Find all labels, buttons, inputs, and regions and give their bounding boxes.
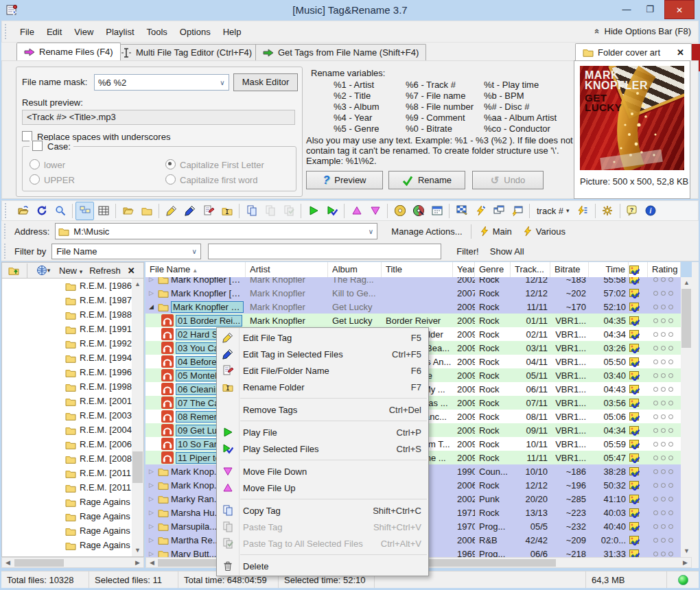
refresh-tree-button[interactable]: Refresh	[86, 264, 124, 277]
rating-cell[interactable]	[648, 483, 681, 488]
context-menu-item-move-file-up[interactable]: Move File Up	[217, 480, 428, 496]
expand-arrow-icon[interactable]: ▷	[147, 509, 156, 516]
track-row[interactable]: 01 Border Rei...Mark KnopflerGet LuckyBo…	[145, 314, 681, 327]
context-menu-item-edit-file-folder-name[interactable]: Edit File/Folder NameF6	[217, 362, 428, 379]
network-places-button[interactable]: ▾	[32, 261, 55, 280]
refresh-button[interactable]	[32, 202, 51, 220]
tree-item[interactable]: R.E.M. [2006	[2, 437, 143, 451]
edit-file-name-button[interactable]	[199, 202, 218, 220]
rating-cell[interactable]	[648, 442, 681, 447]
filter-text-input[interactable]	[208, 244, 441, 259]
main-actions-button[interactable]: Main	[474, 224, 517, 239]
show-all-button[interactable]: Show All	[485, 244, 530, 259]
rating-cell[interactable]	[648, 428, 681, 433]
context-menu-item-delete[interactable]: Delete	[217, 558, 428, 574]
context-menu-item-play-file[interactable]: Play FileCtrl+P	[217, 424, 428, 440]
rating-cell[interactable]	[648, 318, 681, 323]
rating-cell[interactable]	[648, 373, 681, 378]
scroll-thumb[interactable]	[14, 559, 64, 567]
edit-tag-pen-button[interactable]	[162, 202, 180, 220]
file-name-cell[interactable]: Marsupila...	[171, 521, 217, 532]
filter-field-combobox[interactable]: File Name ∨	[51, 244, 201, 259]
cascade-windows-button[interactable]	[489, 202, 508, 220]
column-header-file-name[interactable]: File Name▲	[145, 262, 246, 277]
cd-player-button[interactable]	[390, 202, 409, 220]
radio-capitalize-first-letter[interactable]: Capitalize First Letter	[165, 159, 264, 170]
manage-actions-button[interactable]: Manage Actions...	[386, 224, 467, 239]
rating-cell[interactable]	[648, 414, 681, 419]
rename-folder-button[interactable]	[218, 202, 236, 220]
folder-open-button[interactable]	[119, 202, 137, 220]
scroll-up-arrow[interactable]: ▲	[681, 277, 692, 289]
tree-item[interactable]: R.E.M. [2004	[2, 423, 143, 437]
copy-tag-button[interactable]	[242, 202, 261, 220]
tree-item[interactable]: R.E.M. [1987	[2, 293, 143, 307]
context-menu-item-edit-tag-in-selected-files[interactable]: Edit Tag in Selected FilesCtrl+F5	[217, 346, 428, 362]
column-header-genre[interactable]: Genre	[475, 262, 511, 277]
toolbar-grip[interactable]	[4, 224, 9, 239]
rating-cell[interactable]	[648, 538, 681, 543]
tab-rename-files[interactable]: Rename Files (F4)	[16, 43, 121, 60]
rating-cell[interactable]	[648, 291, 681, 296]
tree-item[interactable]: R.E.M. [2003	[2, 408, 143, 423]
file-name-cell[interactable]: Marsha Hu...	[171, 508, 222, 518]
close-tree-button[interactable]: ✕	[125, 264, 138, 277]
save-disc-button[interactable]	[409, 202, 428, 220]
rating-cell[interactable]	[648, 277, 681, 282]
rating-cell[interactable]	[648, 359, 681, 364]
context-menu-item-copy-tag[interactable]: Copy TagShift+Ctrl+C	[217, 502, 428, 519]
mask-editor-button[interactable]: Mask Editor	[233, 73, 298, 91]
scroll-right-arrow[interactable]: ▶	[679, 558, 691, 567]
album-folder-row[interactable]: ▷Mark Knopfler [2...Mark KnopflerKill to…	[145, 286, 681, 300]
tree-item[interactable]: Rage Agains	[2, 552, 143, 557]
chevron-down-icon[interactable]: ∨	[188, 248, 200, 255]
rating-cell[interactable]	[648, 387, 681, 392]
toolbar-grip[interactable]	[4, 244, 9, 259]
scroll-thumb[interactable]	[681, 289, 691, 348]
menu-help[interactable]: Help	[217, 24, 248, 40]
move-file-up-button[interactable]	[347, 202, 366, 220]
preview-button[interactable]: ? Preview	[306, 171, 383, 189]
edit-tags-pen-blue-button[interactable]	[180, 202, 199, 220]
tab-get-tags-from-file-name[interactable]: Get Tags from File Name (Shift+F4)	[255, 44, 426, 60]
expand-arrow-icon[interactable]: ▷	[147, 277, 156, 283]
file-name-cell[interactable]: 01 Border Rei...	[176, 315, 242, 327]
tree-item[interactable]: Rage Agains	[2, 509, 143, 523]
case-checkbox[interactable]: Case:	[30, 141, 73, 152]
paste-tag-button[interactable]	[261, 202, 279, 220]
settings-gear-button[interactable]	[598, 202, 617, 220]
tree-item[interactable]: R.E.M. [1991	[2, 322, 143, 336]
rating-cell[interactable]	[648, 346, 681, 351]
close-button[interactable]: ✕	[664, 0, 695, 19]
scroll-up-arrow[interactable]: ▲	[132, 279, 143, 290]
column-header-artist[interactable]: Artist	[246, 262, 328, 277]
checkbox-icon[interactable]	[32, 141, 43, 151]
tree-item[interactable]: R.E.M. [2001	[2, 394, 143, 408]
column-header-track-[interactable]: Track...	[511, 262, 550, 277]
chevron-down-icon[interactable]: ∨	[216, 79, 229, 86]
column-header-bitrate[interactable]: Bitrate	[550, 262, 589, 277]
file-name-cell[interactable]: Mark Knop...	[171, 480, 222, 491]
folder-up-button[interactable]	[4, 261, 23, 280]
file-name-cell[interactable]: Martha Re...	[171, 535, 220, 545]
expand-arrow-icon[interactable]: ▷	[147, 536, 156, 543]
context-menu-item-move-file-down[interactable]: Move File Down	[217, 463, 428, 480]
address-combobox[interactable]: M:\Music ∨	[55, 223, 377, 239]
scroll-left-arrow[interactable]: ◀	[2, 558, 14, 567]
menu-tools[interactable]: Tools	[141, 24, 174, 40]
menu-playlist[interactable]: Playlist	[100, 24, 140, 40]
action-window-button[interactable]	[508, 202, 526, 220]
close-panel-icon[interactable]: ✕	[677, 47, 684, 58]
expand-arrow-icon[interactable]: ▷	[147, 482, 156, 488]
column-header-time[interactable]: Time	[589, 262, 629, 277]
tree-item[interactable]: R.E.M. [1986	[2, 279, 143, 293]
file-name-cell[interactable]: Mark Knop...	[171, 467, 222, 477]
play-selected-button[interactable]	[323, 202, 341, 220]
column-header-year[interactable]: Year	[453, 262, 475, 277]
list-vertical-scrollbar[interactable]: ▲ ▼	[681, 277, 692, 557]
menu-options[interactable]: Options	[174, 24, 217, 40]
rating-cell[interactable]	[648, 332, 681, 337]
scroll-down-arrow[interactable]: ▼	[681, 545, 692, 557]
tree-panel-button[interactable]	[75, 202, 94, 220]
rating-cell[interactable]	[648, 305, 681, 309]
